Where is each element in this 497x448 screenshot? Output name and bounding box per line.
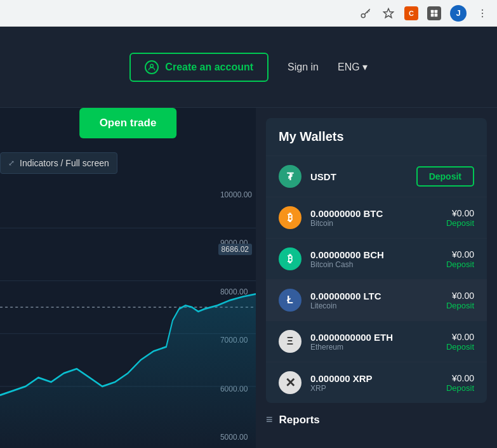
svg-rect-3 xyxy=(435,10,438,13)
svg-marker-1 xyxy=(384,8,394,17)
user-avatar[interactable]: J xyxy=(450,5,467,22)
wallet-item-xrp: ✕ 0.000000 XRP XRP ¥0.00 Deposit xyxy=(266,362,487,403)
ltc-wallet-right: ¥0.00 Deposit xyxy=(446,291,474,310)
wallets-card: My Wallets ₮ USDT Deposit ₿ 0.00000000 B… xyxy=(266,118,487,403)
xrp-coin-icon: ✕ xyxy=(279,371,302,394)
xrp-wallet-right: ¥0.00 Deposit xyxy=(446,373,474,393)
svg-point-8 xyxy=(482,16,483,17)
wallet-item-btc: ₿ 0.00000000 BTC Bitcoin ¥0.00 Deposit xyxy=(266,197,487,239)
sign-in-button[interactable]: Sign in xyxy=(288,62,319,73)
svg-marker-15 xyxy=(0,294,256,448)
bch-name: Bitcoin Cash xyxy=(310,260,437,269)
ltc-value: ¥0.00 xyxy=(446,291,474,301)
wallet-item-usdt: ₮ USDT Deposit xyxy=(266,156,487,197)
account-icon xyxy=(145,60,159,74)
wallets-title: My Wallets xyxy=(266,118,487,156)
usdt-symbol: USDT xyxy=(310,171,408,182)
eth-coin-icon: Ξ xyxy=(279,330,302,353)
chevron-down-icon: ▾ xyxy=(362,61,368,73)
btc-name: Bitcoin xyxy=(310,219,437,228)
star-icon[interactable] xyxy=(381,6,395,20)
xrp-name: XRP xyxy=(310,384,437,393)
btc-symbol: 0.00000000 BTC xyxy=(310,208,437,219)
eth-deposit-link[interactable]: Deposit xyxy=(446,342,474,352)
bch-value: ¥0.00 xyxy=(446,249,474,260)
svg-rect-4 xyxy=(431,13,434,16)
ltc-wallet-info: 0.00000000 LTC Litecoin xyxy=(310,291,437,310)
wallet-item-bch: ₿ 0.00000000 BCH Bitcoin Cash ¥0.00 Depo… xyxy=(266,239,487,280)
bch-wallet-right: ¥0.00 Deposit xyxy=(446,249,474,269)
ltc-symbol: 0.00000000 LTC xyxy=(310,291,437,301)
xrp-wallet-info: 0.000000 XRP XRP xyxy=(310,373,437,393)
xrp-deposit-link[interactable]: Deposit xyxy=(446,383,474,393)
key-icon[interactable] xyxy=(359,6,373,20)
bch-wallet-info: 0.00000000 BCH Bitcoin Cash xyxy=(310,249,437,269)
ltc-deposit-link[interactable]: Deposit xyxy=(446,301,474,310)
bch-symbol: 0.00000000 BCH xyxy=(310,249,437,260)
reports-icon: ≡ xyxy=(266,413,273,426)
ltc-coin-icon: Ł xyxy=(279,289,302,312)
eth-wallet-info: 0.0000000000 ETH Ethereum xyxy=(310,332,437,352)
btc-deposit-link[interactable]: Deposit xyxy=(446,218,474,228)
eth-wallet-right: ¥0.00 Deposit xyxy=(446,332,474,352)
btc-wallet-right: ¥0.00 Deposit xyxy=(446,208,474,228)
browser-chrome: C J xyxy=(0,0,497,27)
usdt-wallet-info: USDT xyxy=(310,171,408,182)
expand-icon: ⤢ xyxy=(8,159,15,168)
ltc-name: Litecoin xyxy=(310,301,437,310)
chart-area: Open trade ⤢ Indicators / Full screen 10… xyxy=(0,108,256,448)
wallet-item-eth: Ξ 0.0000000000 ETH Ethereum ¥0.00 Deposi… xyxy=(266,321,487,362)
more-menu-icon[interactable] xyxy=(475,6,489,20)
indicators-fullscreen-bar[interactable]: ⤢ Indicators / Full screen xyxy=(0,152,117,174)
chart-canvas xyxy=(0,184,256,448)
open-trade-button[interactable]: Open trade xyxy=(79,108,177,138)
wallet-item-ltc: Ł 0.00000000 LTC Litecoin ¥0.00 Deposit xyxy=(266,280,487,321)
extension2-icon[interactable] xyxy=(427,6,441,20)
extension1-icon[interactable]: C xyxy=(404,6,418,20)
eth-value: ¥0.00 xyxy=(446,332,474,342)
bch-coin-icon: ₿ xyxy=(279,247,302,270)
btc-value: ¥0.00 xyxy=(446,208,474,218)
reports-section[interactable]: ≡ Reports xyxy=(266,411,487,429)
xrp-value: ¥0.00 xyxy=(446,373,474,383)
usdt-deposit-button[interactable]: Deposit xyxy=(416,166,474,187)
btc-coin-icon: ₿ xyxy=(279,206,302,229)
language-selector[interactable]: ENG ▾ xyxy=(338,61,368,73)
xrp-symbol: 0.000000 XRP xyxy=(310,373,437,384)
svg-rect-5 xyxy=(435,13,438,16)
create-account-button[interactable]: Create an account xyxy=(129,53,268,82)
eth-name: Ethereum xyxy=(310,343,437,352)
right-panel: My Wallets ₮ USDT Deposit ₿ 0.00000000 B… xyxy=(256,108,497,448)
svg-point-0 xyxy=(361,13,365,17)
reports-label: Reports xyxy=(279,414,320,426)
svg-point-6 xyxy=(482,9,483,10)
svg-point-7 xyxy=(482,12,483,13)
main-content: Open trade ⤢ Indicators / Full screen 10… xyxy=(0,108,497,448)
svg-point-9 xyxy=(150,64,154,67)
svg-rect-2 xyxy=(431,10,434,13)
btc-wallet-info: 0.00000000 BTC Bitcoin xyxy=(310,208,437,228)
site-header: Create an account Sign in ENG ▾ xyxy=(0,27,497,108)
bch-deposit-link[interactable]: Deposit xyxy=(446,260,474,269)
eth-symbol: 0.0000000000 ETH xyxy=(310,332,437,343)
usdt-coin-icon: ₮ xyxy=(279,165,302,188)
